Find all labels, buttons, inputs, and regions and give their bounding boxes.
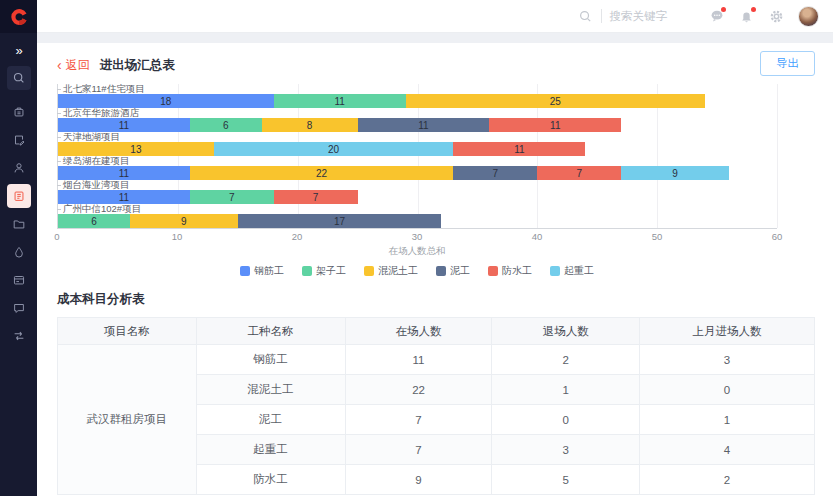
bar-segment-钢筋工[interactable]: 11 — [58, 190, 190, 204]
x-tick-label: 30 — [412, 231, 423, 242]
x-tick-label: 10 — [172, 231, 183, 242]
sidebar-item-card[interactable] — [7, 268, 31, 292]
bar-segment-防水工[interactable]: 11 — [489, 118, 621, 132]
table-cell: 泥工 — [196, 405, 345, 435]
settings-button[interactable] — [768, 8, 785, 25]
cost-analysis-table: 项目名称工种名称在场人数退场人数上月进场人数武汉群租房项目钢筋工1123混泥土工… — [57, 317, 815, 495]
table-column-header: 工种名称 — [196, 318, 345, 345]
legend-label: 架子工 — [316, 264, 346, 278]
table-cell: 防水工 — [196, 465, 345, 495]
stacked-bar: 1177 — [58, 190, 777, 204]
chart-category-label: 北七家11#住宅项目 — [58, 84, 777, 94]
bar-segment-架子工[interactable]: 6 — [58, 214, 130, 228]
bar-segment-混泥土工[interactable]: 25 — [406, 94, 706, 108]
global-search[interactable]: 搜索关键字 — [578, 9, 668, 24]
folder-icon — [12, 217, 26, 231]
bar-segment-钢筋工[interactable]: 18 — [58, 94, 274, 108]
page-title: 进出场汇总表 — [100, 57, 175, 74]
bar-segment-泥工[interactable]: 11 — [358, 118, 490, 132]
bar-segment-混泥土工[interactable]: 22 — [190, 166, 454, 180]
bar-segment-架子工[interactable]: 6 — [190, 118, 262, 132]
legend-item-起重工[interactable]: 起重工 — [550, 264, 594, 278]
form-edit-icon — [12, 133, 26, 147]
bar-segment-防水工[interactable]: 7 — [274, 190, 358, 204]
legend-swatch — [488, 266, 498, 276]
table-column-header: 在场人数 — [345, 318, 492, 345]
bar-segment-泥工[interactable]: 17 — [238, 214, 442, 228]
table-cell: 1 — [640, 405, 815, 435]
sidebar-item-message[interactable] — [7, 296, 31, 320]
chart-legend: 钢筋工架子工混泥土工泥工防水工起重工 — [57, 264, 777, 278]
sidebar-item-search[interactable] — [7, 66, 31, 90]
table-cell: 0 — [492, 405, 640, 435]
bar-segment-钢筋工[interactable]: 11 — [58, 166, 190, 180]
stacked-bar: 11681111 — [58, 118, 777, 132]
sidebar-item-water[interactable] — [7, 240, 31, 264]
messages-button[interactable] — [708, 8, 725, 25]
table-row: 武汉群租房项目钢筋工1123 — [58, 345, 815, 375]
avatar[interactable] — [798, 6, 819, 27]
table-cell: 3 — [640, 345, 815, 375]
chart-category-label: 绿岛湖在建项目 — [58, 156, 777, 166]
sidebar-item-transfer[interactable] — [7, 324, 31, 348]
x-tick-label: 20 — [292, 231, 303, 242]
legend-item-架子工[interactable]: 架子工 — [302, 264, 346, 278]
message-icon — [12, 301, 26, 315]
table-column-header: 退场人数 — [492, 318, 640, 345]
stacked-bar: 132011 — [58, 142, 777, 156]
table-cell: 2 — [492, 345, 640, 375]
app-window: » — [0, 0, 833, 496]
sidebar-item-form[interactable] — [7, 128, 31, 152]
chart-category-label: 广州中信102#项目 — [58, 204, 777, 214]
building-icon — [12, 105, 26, 119]
table-cell: 钢筋工 — [196, 345, 345, 375]
bar-segment-防水工[interactable]: 7 — [537, 166, 621, 180]
legend-item-混泥土工[interactable]: 混泥土工 — [364, 264, 418, 278]
search-input[interactable]: 搜索关键字 — [610, 9, 668, 24]
x-tick-label: 40 — [532, 231, 543, 242]
sidebar-item-attendance[interactable] — [7, 184, 31, 208]
bar-segment-防水工[interactable]: 11 — [453, 142, 585, 156]
content-area: ‹ 返回 进出场汇总表 导出 北七家11#住宅项目181125北京年华旅游酒店1… — [37, 33, 833, 496]
bar-segment-混泥土工[interactable]: 9 — [130, 214, 238, 228]
chart-bar-row: 绿岛湖在建项目1122779 — [58, 156, 777, 180]
app-logo[interactable] — [0, 0, 37, 33]
chart-category-label: 天津地湖项目 — [58, 132, 777, 142]
table-cell: 4 — [640, 435, 815, 465]
x-tick-label: 0 — [54, 231, 59, 242]
legend-label: 起重工 — [564, 264, 594, 278]
bar-segment-钢筋工[interactable]: 11 — [58, 118, 190, 132]
project-name-cell: 武汉群租房项目 — [58, 345, 197, 495]
bar-segment-架子工[interactable]: 7 — [190, 190, 274, 204]
legend-item-泥工[interactable]: 泥工 — [436, 264, 470, 278]
chart-x-axis: 0102030405060 — [57, 231, 777, 244]
table-cell: 混泥土工 — [196, 375, 345, 405]
sidebar-item-folder[interactable] — [7, 212, 31, 236]
bar-segment-泥工[interactable]: 7 — [453, 166, 537, 180]
bar-segment-起重工[interactable]: 9 — [621, 166, 729, 180]
table-title: 成本科目分析表 — [57, 291, 815, 308]
chart-category-label: 烟台海业湾项目 — [58, 180, 777, 190]
collapse-sidebar-button[interactable]: » — [15, 43, 21, 58]
attendance-icon — [12, 189, 26, 203]
sidebar-item-user[interactable] — [7, 156, 31, 180]
table-column-header: 上月进场人数 — [640, 318, 815, 345]
bar-segment-混泥土工[interactable]: 8 — [262, 118, 358, 132]
table-cell: 7 — [345, 405, 492, 435]
legend-label: 混泥土工 — [378, 264, 418, 278]
export-button[interactable]: 导出 — [760, 51, 815, 76]
bar-segment-起重工[interactable]: 20 — [214, 142, 454, 156]
bar-segment-混泥土工[interactable]: 13 — [58, 142, 214, 156]
bar-segment-架子工[interactable]: 11 — [274, 94, 406, 108]
sidebar-item-building[interactable] — [7, 100, 31, 124]
table-cell: 5 — [492, 465, 640, 495]
back-chevron-icon[interactable]: ‹ — [57, 58, 62, 72]
chart-category-label: 北京年华旅游酒店 — [58, 108, 777, 118]
chart-bar-row: 烟台海业湾项目1177 — [58, 180, 777, 204]
topbar: 搜索关键字 — [37, 0, 833, 33]
legend-swatch — [436, 266, 446, 276]
notifications-button[interactable] — [738, 8, 755, 25]
legend-item-防水工[interactable]: 防水工 — [488, 264, 532, 278]
back-button[interactable]: 返回 — [66, 57, 90, 74]
legend-item-钢筋工[interactable]: 钢筋工 — [240, 264, 284, 278]
